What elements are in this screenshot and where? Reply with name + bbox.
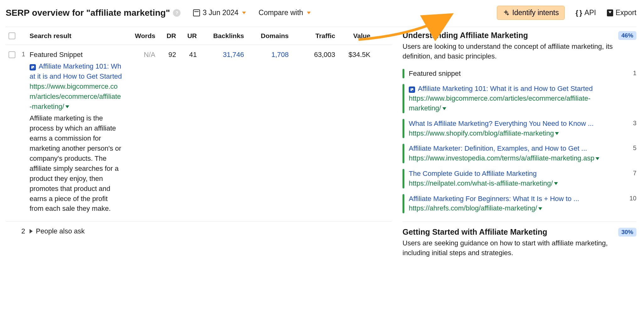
cell-dr: 92	[155, 51, 176, 214]
intent-title: Getting Started with Affiliate Marketing	[402, 227, 547, 237]
row-checkbox[interactable]	[8, 51, 15, 58]
intent-rank: 10	[626, 194, 636, 214]
intent-rank: 5	[626, 144, 636, 163]
col-words[interactable]: Words	[123, 32, 155, 40]
intent-percent-badge: 30%	[618, 228, 636, 237]
caret-down-icon	[65, 105, 69, 108]
identify-intents-label: Identify intents	[512, 8, 559, 17]
intent-url[interactable]: https://www.bigcommerce.com/articles/eco…	[409, 94, 622, 113]
intent-link[interactable]: The Complete Guide to Affiliate Marketin…	[409, 169, 622, 179]
caret-down-icon	[596, 157, 599, 160]
intent-url[interactable]: https://www.shopify.com/blog/affiliate-m…	[409, 129, 622, 138]
intent-item: What Is Affiliate Marketing? Everything …	[402, 117, 636, 142]
intent-url-text: https://neilpatel.com/what-is-affiliate-…	[409, 179, 553, 187]
intent-rank: 7	[626, 169, 636, 188]
serp-table: Search result Words DR UR Backlinks Doma…	[6, 27, 392, 333]
caret-down-icon	[555, 132, 559, 135]
accent-bar	[402, 169, 404, 188]
intent-item: Affiliate Marketing 101: What it is and …	[402, 82, 636, 117]
cell-words: N/A	[123, 51, 155, 214]
intent-rank: 3	[626, 119, 636, 138]
cell-backlinks[interactable]: 31,746	[197, 51, 244, 214]
help-icon[interactable]: ?	[173, 9, 180, 17]
top-bar: SERP overview for "affiliate marketing" …	[6, 6, 636, 27]
col-traffic[interactable]: Traffic	[289, 32, 335, 40]
calendar-icon	[193, 9, 200, 16]
svg-point-1	[32, 66, 32, 67]
intents-panel: Understanding Affiliate Marketing 46% Us…	[392, 27, 636, 333]
caret-down-icon	[554, 182, 558, 185]
favicon-icon	[409, 87, 415, 93]
api-button[interactable]: { } API	[575, 8, 596, 17]
col-dr[interactable]: DR	[155, 32, 176, 40]
col-value[interactable]: Value	[335, 32, 373, 40]
intent-url-text: https://www.investopedia.com/terms/a/aff…	[409, 154, 594, 162]
download-icon	[607, 9, 613, 16]
intent-link-text: The Complete Guide to Affiliate Marketin…	[409, 170, 537, 177]
intent-url-text: https://ahrefs.com/blog/affiliate-market…	[409, 204, 537, 212]
cell-value: $34.5K	[335, 51, 373, 214]
cell-ur: 41	[176, 51, 197, 214]
intent-item: The Complete Guide to Affiliate Marketin…	[402, 167, 636, 192]
result-title-text: Affiliate Marketing 101: What it is and …	[30, 62, 122, 80]
col-domains[interactable]: Domains	[244, 32, 289, 40]
result-description: Affiliate marketing is the process by wh…	[30, 113, 123, 214]
accent-bar	[402, 194, 404, 214]
featured-snippet-label: Featured Snippet	[30, 51, 123, 59]
intent-url[interactable]: https://ahrefs.com/blog/affiliate-market…	[409, 204, 622, 213]
result-url-text: https://www.bigcommerce.com/articles/eco…	[30, 82, 121, 110]
api-icon: { }	[575, 9, 582, 17]
compare-picker[interactable]: Compare with	[258, 8, 311, 17]
col-backlinks[interactable]: Backlinks	[197, 32, 244, 40]
col-ur[interactable]: UR	[176, 32, 197, 40]
intent-description: Users are looking to understand the conc…	[402, 42, 636, 61]
result-url[interactable]: https://www.bigcommerce.com/articles/eco…	[30, 81, 123, 112]
expand-icon[interactable]	[30, 229, 33, 233]
table-row: 1 Featured Snippet Affiliate Marketing 1…	[6, 45, 392, 221]
cell-traffic: 63,003	[289, 51, 335, 214]
table-row: 2 People also ask	[6, 221, 392, 240]
svg-point-3	[411, 89, 412, 89]
cell-domains[interactable]: 1,708	[244, 51, 289, 214]
intent-separator	[402, 221, 636, 222]
row-rank: 2	[18, 227, 30, 235]
intent-link[interactable]: What Is Affiliate Marketing? Everything …	[409, 119, 622, 129]
select-all-checkbox[interactable]	[8, 32, 15, 39]
result-title-link[interactable]: Affiliate Marketing 101: What it is and …	[30, 61, 123, 81]
intent-link[interactable]: Affiliate Marketing 101: What it is and …	[409, 84, 622, 94]
caret-down-icon	[442, 107, 446, 110]
export-label: Export	[616, 8, 636, 17]
caret-down-icon	[538, 207, 542, 210]
caret-down-icon	[242, 12, 246, 14]
table-header: Search result Words DR UR Backlinks Doma…	[6, 27, 392, 45]
intent-link-text: What Is Affiliate Marketing? Everything …	[409, 120, 594, 127]
intent-url[interactable]: https://neilpatel.com/what-is-affiliate-…	[409, 179, 622, 188]
date-picker[interactable]: 3 Jun 2024	[193, 8, 246, 17]
intent-url[interactable]: https://www.investopedia.com/terms/a/aff…	[409, 154, 622, 163]
page-title: SERP overview for "affiliate marketing" …	[6, 8, 180, 18]
accent-bar	[402, 84, 404, 113]
intent-link[interactable]: Affiliate Marketing For Beginners: What …	[409, 194, 622, 204]
people-also-ask-label[interactable]: People also ask	[36, 227, 85, 235]
export-button[interactable]: Export	[607, 8, 636, 17]
identify-intents-button[interactable]: Identify intents	[497, 6, 565, 20]
intent-link[interactable]: Affiliate Marketer: Definition, Examples…	[409, 144, 622, 154]
favicon-icon	[30, 64, 36, 70]
intent-url-text: https://www.shopify.com/blog/affiliate-m…	[409, 129, 554, 137]
top-right-actions: Identify intents { } API Export	[497, 6, 636, 20]
page-title-text: SERP overview for "affiliate marketing"	[6, 8, 170, 18]
intent-item: Affiliate Marketing For Beginners: What …	[402, 192, 636, 217]
intent-rank	[626, 84, 636, 113]
intent-header: Getting Started with Affiliate Marketing…	[402, 227, 636, 237]
compare-label: Compare with	[258, 8, 303, 17]
accent-bar	[402, 119, 404, 138]
intent-header: Understanding Affiliate Marketing 46%	[402, 31, 636, 40]
intent-rank: 1	[626, 69, 636, 79]
accent-bar	[402, 69, 404, 79]
col-result[interactable]: Search result	[30, 32, 123, 40]
accent-bar	[402, 144, 404, 163]
intent-label: Featured snippet	[409, 69, 622, 79]
intent-link-text: Affiliate Marketing For Beginners: What …	[409, 195, 579, 203]
row-rank: 1	[18, 51, 30, 214]
intent-title: Understanding Affiliate Marketing	[402, 31, 528, 40]
